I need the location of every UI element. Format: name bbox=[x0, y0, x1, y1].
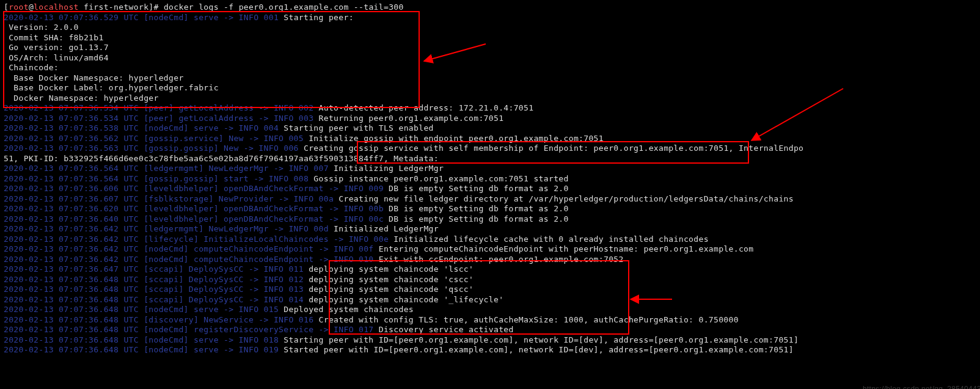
log-message: Gossip instance peer0.org1.example.com:7… bbox=[309, 174, 569, 183]
log-timestamp: 2020-02-13 07:07:36.648 UTC [sccapi] Dep… bbox=[4, 285, 304, 294]
log-message: Discovery service activated bbox=[374, 325, 514, 334]
log-message: Creating gossip service with self member… bbox=[299, 144, 804, 153]
log-timestamp: 2020-02-13 07:07:36.563 UTC [gossip.goss… bbox=[4, 144, 299, 153]
log-line: 51, PKI-ID: b332925f466d6ee0c3c78fbe5aa6… bbox=[4, 154, 980, 164]
log-line: 2020-02-13 07:07:36.640 UTC [leveldbhelp… bbox=[4, 214, 980, 225]
log-message: Returning peer0.org1.example.com:7051 bbox=[313, 114, 503, 123]
log-timestamp: 2020-02-13 07:07:36.648 UTC [nodeCmd] se… bbox=[4, 335, 279, 344]
log-timestamp: 2020-02-13 07:07:36.620 UTC [leveldbhelp… bbox=[4, 204, 384, 213]
log-message: deploying system chaincode 'lscc' bbox=[304, 264, 474, 274]
log-line: 2020-02-13 07:07:36.648 UTC [nodeCmd] se… bbox=[4, 345, 980, 355]
log-message: Initialized lifecycle cache with 0 alrea… bbox=[389, 234, 709, 244]
log-line: 2020-02-13 07:07:36.642 UTC [nodeCmd] co… bbox=[4, 244, 980, 255]
log-message: Base Docker Namespace: hyperledger bbox=[4, 73, 184, 82]
log-line: Base Docker Label: org.hyperledger.fabri… bbox=[4, 83, 980, 93]
log-message: Initialize gossip with endpoint peer0.or… bbox=[304, 134, 604, 143]
log-message: Initialized LedgerMgr bbox=[329, 224, 439, 233]
log-line: 2020-02-13 07:07:36.642 UTC [nodeCmd] co… bbox=[4, 255, 980, 265]
prompt-user: root bbox=[9, 2, 29, 12]
log-line: 2020-02-13 07:07:36.607 UTC [fsblkstorag… bbox=[4, 194, 980, 205]
log-line: 2020-02-13 07:07:36.648 UTC [discovery] … bbox=[4, 315, 980, 325]
log-line: 2020-02-13 07:07:36.648 UTC [nodeCmd] se… bbox=[4, 335, 980, 346]
log-timestamp: 2020-02-13 07:07:36.606 UTC [leveldbhelp… bbox=[4, 184, 384, 193]
log-timestamp: 2020-02-13 07:07:36.642 UTC [nodeCmd] co… bbox=[4, 255, 374, 264]
log-message: deploying system chaincode 'qscc' bbox=[304, 285, 474, 294]
log-message: Deployed system chaincodes bbox=[279, 305, 414, 314]
log-line: 2020-02-13 07:07:36.606 UTC [leveldbhelp… bbox=[4, 184, 980, 194]
log-timestamp: 2020-02-13 07:07:36.534 UTC [peer] getLo… bbox=[4, 114, 313, 123]
log-timestamp: 2020-02-13 07:07:36.564 UTC [gossip.goss… bbox=[4, 174, 309, 183]
log-line: 2020-02-13 07:07:36.564 UTC [ledgermgmt]… bbox=[4, 164, 980, 174]
log-message: Starting peer with TLS enabled bbox=[279, 123, 434, 133]
log-line: 2020-02-13 07:07:36.529 UTC [nodeCmd] se… bbox=[4, 13, 980, 23]
log-line: 2020-02-13 07:07:36.648 UTC [sccapi] Dep… bbox=[4, 295, 980, 305]
log-message: deploying system chaincode '_lifecycle' bbox=[304, 295, 503, 304]
log-line: 2020-02-13 07:07:36.648 UTC [sccapi] Dep… bbox=[4, 285, 980, 295]
prompt-line: [root@localhost first-network]# docker l… bbox=[4, 2, 980, 13]
watermark: https://blog.csdn.net/qq_28540443 bbox=[863, 384, 980, 390]
log-message: 51, PKI-ID: b332925f466d6ee0c3c78fbe5aa6… bbox=[4, 154, 444, 163]
log-line: Docker Namespace: hyperledger bbox=[4, 93, 980, 104]
log-message: Entering computeChaincodeEndpoint with p… bbox=[374, 244, 754, 253]
log-line: 2020-02-13 07:07:36.562 UTC [gossip.serv… bbox=[4, 134, 980, 144]
log-line: 2020-02-13 07:07:36.564 UTC [gossip.goss… bbox=[4, 174, 980, 184]
log-timestamp: 2020-02-13 07:07:36.648 UTC [discovery] … bbox=[4, 315, 313, 324]
log-message: Auto-detected peer address: 172.21.0.4:7… bbox=[313, 103, 533, 112]
log-line: 2020-02-13 07:07:36.620 UTC [leveldbhelp… bbox=[4, 204, 980, 214]
log-timestamp: 2020-02-13 07:07:36.564 UTC [ledgermgmt]… bbox=[4, 164, 329, 173]
log-message: deploying system chaincode 'cscc' bbox=[304, 275, 474, 284]
log-line: Commit SHA: f8b21b1 bbox=[4, 33, 980, 43]
log-timestamp: 2020-02-13 07:07:36.648 UTC [nodeCmd] se… bbox=[4, 305, 279, 314]
log-timestamp: 2020-02-13 07:07:36.648 UTC [nodeCmd] re… bbox=[4, 325, 374, 334]
log-line: Chaincode: bbox=[4, 63, 980, 73]
log-message: DB is empty Setting db format as 2.0 bbox=[384, 184, 569, 193]
log-message: Base Docker Label: org.hyperledger.fabri… bbox=[4, 83, 219, 92]
log-line: Base Docker Namespace: hyperledger bbox=[4, 73, 980, 84]
log-timestamp: 2020-02-13 07:07:36.642 UTC [ledgermgmt]… bbox=[4, 224, 329, 233]
log-timestamp: 2020-02-13 07:07:36.648 UTC [sccapi] Dep… bbox=[4, 275, 304, 284]
log-line: 2020-02-13 07:07:36.534 UTC [peer] getLo… bbox=[4, 114, 980, 124]
prompt-host: localhost bbox=[34, 2, 79, 12]
log-timestamp: 2020-02-13 07:07:36.642 UTC [lifecycle] … bbox=[4, 234, 389, 244]
log-message: Go version: go1.13.7 bbox=[4, 43, 109, 52]
prompt-cmd: docker logs -f peer0.org1.example.com --… bbox=[159, 2, 404, 12]
log-message: Exit with ccEndpoint: peer0.org1.example… bbox=[374, 255, 624, 264]
terminal[interactable]: [root@localhost first-network]# docker l… bbox=[0, 0, 980, 389]
log-message: OS/Arch: linux/amd64 bbox=[4, 53, 109, 62]
log-message: Initializing LedgerMgr bbox=[329, 164, 444, 173]
log-message: Starting peer with ID=[peer0.org1.exampl… bbox=[279, 335, 799, 344]
log-timestamp: 2020-02-13 07:07:36.648 UTC [nodeCmd] se… bbox=[4, 345, 279, 354]
log-timestamp: 2020-02-13 07:07:36.529 UTC [nodeCmd] se… bbox=[4, 13, 279, 22]
log-message: Chaincode: bbox=[4, 63, 59, 72]
log-line: Version: 2.0.0 bbox=[4, 23, 980, 33]
log-line: Go version: go1.13.7 bbox=[4, 43, 980, 53]
log-line: 2020-02-13 07:07:36.642 UTC [ledgermgmt]… bbox=[4, 224, 980, 234]
log-timestamp: 2020-02-13 07:07:36.648 UTC [sccapi] Dep… bbox=[4, 295, 304, 304]
log-message: Creating new file ledger directory at /v… bbox=[334, 194, 794, 203]
log-line: 2020-02-13 07:07:36.647 UTC [sccapi] Dep… bbox=[4, 264, 980, 275]
log-line: 2020-02-13 07:07:36.563 UTC [gossip.goss… bbox=[4, 144, 980, 154]
log-message: Started peer with ID=[peer0.org1.example… bbox=[279, 345, 794, 354]
log-line: 2020-02-13 07:07:36.538 UTC [nodeCmd] se… bbox=[4, 123, 980, 134]
log-timestamp: 2020-02-13 07:07:36.642 UTC [nodeCmd] co… bbox=[4, 244, 374, 253]
log-line: 2020-02-13 07:07:36.642 UTC [lifecycle] … bbox=[4, 234, 980, 245]
log-timestamp: 2020-02-13 07:07:36.562 UTC [gossip.serv… bbox=[4, 134, 304, 143]
log-timestamp: 2020-02-13 07:07:36.538 UTC [nodeCmd] se… bbox=[4, 123, 279, 133]
log-message: Version: 2.0.0 bbox=[4, 23, 79, 32]
log-line: 2020-02-13 07:07:36.648 UTC [sccapi] Dep… bbox=[4, 275, 980, 285]
log-line: 2020-02-13 07:07:36.534 UTC [peer] getLo… bbox=[4, 103, 980, 114]
log-output: 2020-02-13 07:07:36.529 UTC [nodeCmd] se… bbox=[4, 13, 980, 355]
log-timestamp: 2020-02-13 07:07:36.534 UTC [peer] getLo… bbox=[4, 103, 313, 112]
log-timestamp: 2020-02-13 07:07:36.640 UTC [leveldbhelp… bbox=[4, 214, 384, 224]
log-timestamp: 2020-02-13 07:07:36.607 UTC [fsblkstorag… bbox=[4, 194, 334, 203]
log-line: OS/Arch: linux/amd64 bbox=[4, 53, 980, 64]
log-message: Starting peer: bbox=[279, 13, 354, 22]
log-line: 2020-02-13 07:07:36.648 UTC [nodeCmd] re… bbox=[4, 325, 980, 335]
log-message: DB is empty Setting db format as 2.0 bbox=[384, 204, 569, 213]
log-message: Commit SHA: f8b21b1 bbox=[4, 33, 104, 42]
log-message: Docker Namespace: hyperledger bbox=[4, 93, 159, 103]
log-message: Created with config TLS: true, authCache… bbox=[313, 315, 739, 324]
log-timestamp: 2020-02-13 07:07:36.647 UTC [sccapi] Dep… bbox=[4, 264, 304, 274]
log-line: 2020-02-13 07:07:36.648 UTC [nodeCmd] se… bbox=[4, 305, 980, 315]
log-message: DB is empty Setting db format as 2.0 bbox=[384, 214, 569, 224]
